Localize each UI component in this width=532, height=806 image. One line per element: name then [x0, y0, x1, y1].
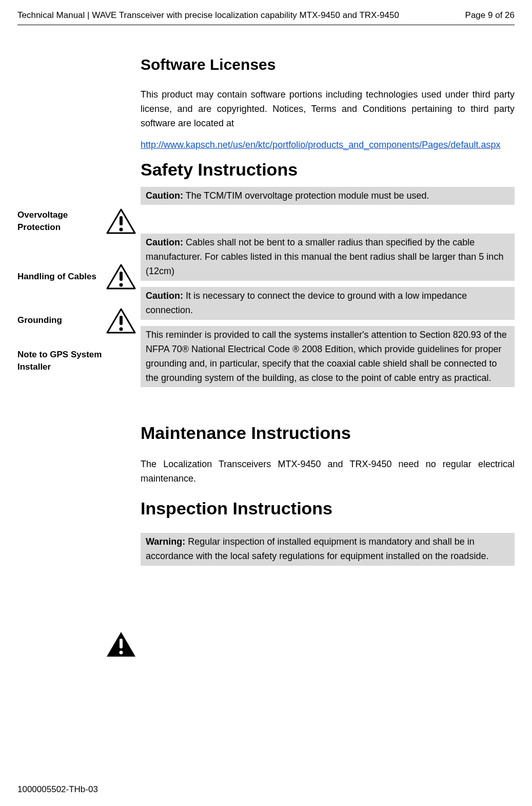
- warning-lead: Warning:: [146, 536, 185, 547]
- svg-point-7: [120, 651, 123, 655]
- svg-rect-4: [120, 316, 123, 325]
- header-page-number: Page 9 of 26: [465, 10, 515, 21]
- label-cables: Handling of Cables: [17, 271, 102, 283]
- maintenance-paragraph: The Localization Transceivers MTX-9450 a…: [141, 457, 515, 486]
- caution-icon: [106, 208, 136, 235]
- caution-text: Cables shall not be bent to a smaller ra…: [146, 237, 503, 276]
- licenses-paragraph: This product may contain software portio…: [141, 88, 515, 131]
- page-header: Technical Manual | WAVE Transceiver with…: [17, 10, 515, 25]
- note-text: This reminder is provided to call the sy…: [146, 330, 507, 383]
- margin-column: Overvoltage Protection Handling of Cable…: [17, 56, 141, 566]
- warning-text: Regular inspection of installed equipmen…: [146, 536, 488, 561]
- svg-point-5: [120, 328, 123, 331]
- svg-point-1: [120, 228, 123, 232]
- svg-rect-6: [120, 639, 123, 648]
- caution-icon: [106, 263, 136, 290]
- warning-icon: [106, 631, 136, 658]
- heading-maintenance: Maintenance Instructions: [141, 423, 515, 443]
- heading-safety: Safety Instructions: [141, 160, 515, 180]
- caution-icon: [106, 308, 136, 334]
- caution-overvoltage: Caution: The TCM/TIM overvoltage protect…: [141, 187, 515, 205]
- caution-lead: Caution:: [146, 190, 183, 201]
- page-footer: 1000005502-THb-03: [17, 784, 98, 795]
- caution-lead: Caution:: [146, 237, 183, 247]
- svg-rect-0: [120, 216, 123, 225]
- label-gps-installer: Note to GPS System Installer: [17, 349, 102, 373]
- heading-inspection: Inspection Instructions: [141, 498, 515, 519]
- caution-cables: Caution: Cables shall not be bent to a s…: [141, 234, 515, 281]
- label-overvoltage: Overvoltage Protection: [17, 209, 102, 234]
- label-grounding: Grounding: [17, 314, 102, 327]
- caution-text: It is necessary to connect the device to…: [146, 291, 467, 315]
- caution-lead: Caution:: [146, 291, 183, 301]
- caution-grounding: Caution: It is necessary to connect the …: [141, 287, 515, 320]
- warning-inspection: Warning: Regular inspection of installed…: [141, 533, 515, 566]
- header-title: Technical Manual | WAVE Transceiver with…: [17, 10, 399, 21]
- svg-rect-2: [120, 272, 123, 281]
- main-column: Software Licenses This product may conta…: [141, 56, 515, 566]
- svg-point-3: [120, 283, 123, 287]
- heading-licenses: Software Licenses: [141, 56, 515, 73]
- note-gps: This reminder is provided to call the sy…: [141, 326, 515, 388]
- licenses-link[interactable]: http://www.kapsch.net/us/en/ktc/portfoli…: [141, 140, 500, 150]
- caution-text: The TCM/TIM overvoltage protection modul…: [183, 190, 429, 201]
